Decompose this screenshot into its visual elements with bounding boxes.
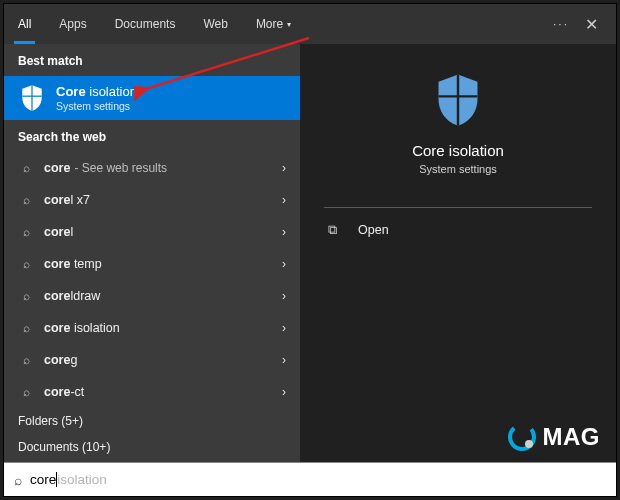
- web-result[interactable]: ⌕ core temp ›: [4, 248, 300, 280]
- web-result[interactable]: ⌕ coreg ›: [4, 344, 300, 376]
- detail-panel: Core isolation System settings ⧉ Open: [300, 44, 616, 462]
- chevron-right-icon[interactable]: ›: [282, 193, 286, 207]
- close-icon[interactable]: ✕: [585, 15, 598, 34]
- search-icon: ⌕: [18, 225, 34, 239]
- detail-header: Core isolation System settings: [300, 44, 616, 193]
- search-icon: ⌕: [18, 161, 34, 175]
- search-icon: ⌕: [18, 289, 34, 303]
- documents-group[interactable]: Documents (10+): [4, 434, 300, 460]
- open-label: Open: [358, 223, 389, 237]
- open-action[interactable]: ⧉ Open: [300, 208, 616, 252]
- best-match-title: Core isolation: [56, 84, 137, 99]
- chevron-right-icon[interactable]: ›: [282, 353, 286, 367]
- filter-tabs: All Apps Documents Web More ▾: [4, 4, 553, 44]
- watermark-logo-icon: [507, 422, 537, 452]
- tab-all[interactable]: All: [4, 4, 45, 44]
- chevron-right-icon[interactable]: ›: [282, 321, 286, 335]
- web-result-hint: - See web results: [74, 161, 167, 175]
- folders-group[interactable]: Folders (5+): [4, 408, 300, 434]
- shield-icon: [18, 84, 46, 112]
- web-result[interactable]: ⌕ corel x7 ›: [4, 184, 300, 216]
- search-suggestion-text: isolation: [57, 472, 107, 487]
- shield-icon: [430, 72, 486, 128]
- search-body: Best match Core isolation System setting…: [4, 44, 616, 462]
- chevron-right-icon[interactable]: ›: [282, 257, 286, 271]
- web-results-list: ⌕ core - See web results › ⌕ corel x7 › …: [4, 152, 300, 408]
- open-icon: ⧉: [328, 222, 346, 238]
- search-icon: ⌕: [14, 472, 22, 488]
- search-typed-text: core: [30, 472, 56, 487]
- web-result-label: coreldraw: [44, 289, 100, 303]
- search-icon: ⌕: [18, 353, 34, 367]
- results-panel: Best match Core isolation System setting…: [4, 44, 300, 462]
- detail-title: Core isolation: [300, 142, 616, 159]
- chevron-right-icon[interactable]: ›: [282, 289, 286, 303]
- chevron-right-icon[interactable]: ›: [282, 225, 286, 239]
- svg-point-7: [525, 440, 533, 448]
- tab-more-label: More: [256, 17, 283, 31]
- web-result[interactable]: ⌕ core - See web results ›: [4, 152, 300, 184]
- web-result-label: corel: [44, 225, 73, 239]
- search-icon: ⌕: [18, 193, 34, 207]
- detail-subtitle: System settings: [300, 163, 616, 175]
- search-window: All Apps Documents Web More ▾ ··· ✕ Best…: [3, 3, 617, 497]
- web-result-label: coreg: [44, 353, 77, 367]
- web-result-label: corel x7: [44, 193, 90, 207]
- web-result[interactable]: ⌕ corel ›: [4, 216, 300, 248]
- search-icon: ⌕: [18, 385, 34, 399]
- best-match-item[interactable]: Core isolation System settings: [4, 76, 300, 120]
- chevron-right-icon[interactable]: ›: [282, 385, 286, 399]
- tab-web[interactable]: Web: [189, 4, 241, 44]
- watermark-text: MAG: [543, 423, 601, 451]
- web-result-label: core isolation: [44, 321, 120, 335]
- tab-documents[interactable]: Documents: [101, 4, 190, 44]
- web-result[interactable]: ⌕ core-ct ›: [4, 376, 300, 408]
- watermark: MAG: [507, 422, 601, 452]
- best-match-heading: Best match: [4, 44, 300, 76]
- search-web-heading: Search the web: [4, 120, 300, 152]
- tab-apps[interactable]: Apps: [45, 4, 100, 44]
- best-match-text: Core isolation System settings: [56, 84, 137, 112]
- web-result-label: core temp: [44, 257, 102, 271]
- header-actions: ··· ✕: [553, 15, 608, 34]
- web-result[interactable]: ⌕ core isolation ›: [4, 312, 300, 344]
- web-result-label: core-ct: [44, 385, 84, 399]
- chevron-down-icon: ▾: [287, 20, 291, 29]
- web-result-label: core: [44, 161, 70, 175]
- tab-more[interactable]: More ▾: [242, 4, 305, 44]
- svg-point-6: [507, 422, 537, 452]
- chevron-right-icon[interactable]: ›: [282, 161, 286, 175]
- search-icon: ⌕: [18, 257, 34, 271]
- web-result[interactable]: ⌕ coreldraw ›: [4, 280, 300, 312]
- best-match-subtitle: System settings: [56, 100, 137, 112]
- search-icon: ⌕: [18, 321, 34, 335]
- search-header: All Apps Documents Web More ▾ ··· ✕: [4, 4, 616, 44]
- search-input-bar[interactable]: ⌕ core isolation: [4, 462, 616, 496]
- options-icon[interactable]: ···: [553, 17, 569, 31]
